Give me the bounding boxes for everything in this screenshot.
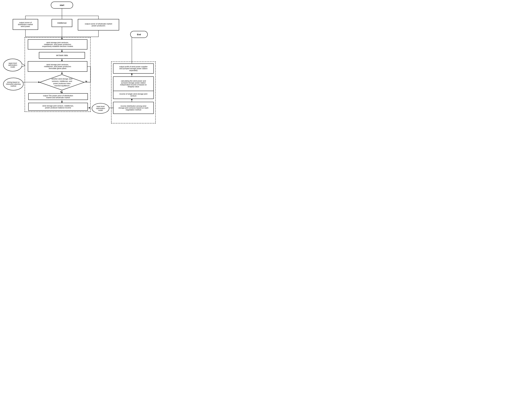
equilibrium-diamond-label: whether wind storage Joint ventures, mid…	[52, 78, 72, 87]
output-profit-box: output profit of wind power supplier and…	[113, 63, 154, 74]
dist-output-label: output scene of distribution market wind…	[18, 22, 33, 27]
start-label: start	[60, 4, 64, 6]
single-wind-income-label: income of single wind storage joint vent…	[119, 93, 148, 97]
dist-output-box: output scene of distribution market wind…	[13, 19, 38, 30]
flowchart-container: start output scene of distribution marke…	[0, 0, 159, 136]
upper-model-ellipse: upper-level optimization model	[3, 59, 22, 71]
balance-income-box: wind storage joint venture, middleman, p…	[28, 103, 88, 111]
equilibrium-diamond: whether wind storage Joint ventures, mid…	[39, 74, 85, 90]
end-node: End	[130, 31, 148, 38]
start-node: start	[51, 2, 73, 8]
middleman-box: middleman	[52, 19, 72, 27]
end-label: End	[137, 33, 141, 36]
output-profit-label: output profit of wind power supplier and…	[119, 66, 148, 71]
output-power-price-label: output The power price of distribution m…	[43, 95, 73, 98]
shapely-income-label: calculating the wind power and pumped st…	[120, 80, 147, 88]
upper-model-label: upper-level optimization model	[8, 62, 17, 68]
output-power-price-box: output The power price of distribution m…	[28, 93, 88, 100]
upper-model-arrow	[22, 63, 27, 68]
balance-income-label: wind storage joint venture, middleman, p…	[42, 105, 74, 109]
nash-income-label: income distribution among wind storage j…	[118, 105, 148, 111]
middleman-label: middleman	[57, 22, 67, 24]
formulate-game-box: wind storage joint ventures, middlemen, …	[28, 61, 87, 72]
solving-method-ellipse: solving based on interaction planning me…	[3, 78, 23, 90]
lower-model-label: lower-level optimization model	[96, 105, 105, 111]
set-basic-data-label: set basic data	[56, 54, 68, 56]
wholesale-output-label: output scene of wholesale market power p…	[85, 23, 112, 27]
shapely-income-box: calculating the wind power and pumped st…	[113, 76, 154, 91]
n-label: N	[86, 80, 87, 83]
wind-storage-decision-box: wind storage joint ventures, middlemen, …	[28, 39, 87, 50]
set-basic-data-box: set basic data	[39, 52, 85, 59]
svg-marker-44	[22, 64, 25, 67]
y-label: Y	[60, 91, 62, 93]
nash-income-box: income distribution among wind storage j…	[113, 102, 154, 114]
lower-model-ellipse: lower-level optimization model	[92, 103, 109, 113]
formulate-game-label: wind storage joint ventures, middlemen, …	[44, 64, 71, 69]
wholesale-output-box: output scene of wholesale market power p…	[78, 19, 119, 30]
single-wind-income-box: income of single wind storage joint vent…	[113, 91, 154, 99]
solving-method-label: solving based on interaction planning me…	[6, 81, 21, 87]
wind-storage-decision-label: wind storage joint ventures, middlemen, …	[42, 42, 73, 47]
